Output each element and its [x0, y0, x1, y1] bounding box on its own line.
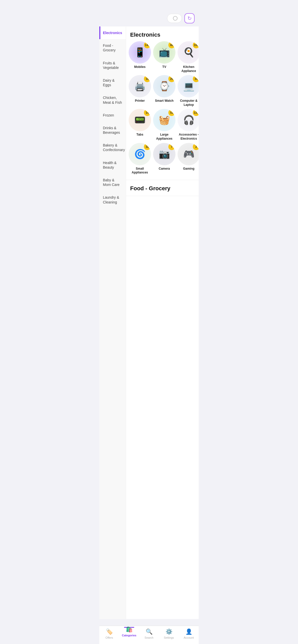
- category-label-mobiles: Mobiles: [134, 65, 146, 69]
- sidebar-item-health-beauty[interactable]: Health & Beauty: [99, 156, 126, 174]
- nav-label-offers: Offers: [105, 636, 113, 637]
- header: ↻: [99, 11, 199, 26]
- nav-icon-offers: 🏷️: [106, 628, 113, 635]
- category-icon-large-appliances: 🧺: [159, 115, 170, 125]
- category-label-tabs: Tabs: [136, 133, 143, 137]
- category-item-smart-watch[interactable]: 25⌚Smart Watch: [153, 75, 175, 107]
- category-item-mobiles[interactable]: 147📱Mobiles: [129, 41, 151, 73]
- category-img-small-appliances: 32🌀: [129, 143, 151, 165]
- search-icon: [173, 16, 178, 21]
- category-item-large-appliances[interactable]: 53🧺Large Appliances: [153, 109, 175, 141]
- category-item-accessories[interactable]: 137🎧Accessories - Electronics: [178, 109, 199, 141]
- section-title-food-grocery: Food - Grocery: [126, 180, 199, 195]
- sidebar-item-bakery[interactable]: Bakery & Confectionary: [99, 139, 126, 156]
- category-item-kitchen-appliance[interactable]: 102🍳Kitchen Appliance: [178, 41, 199, 73]
- nav-item-offers[interactable]: 🏷️Offers: [99, 628, 119, 637]
- nav-item-categories[interactable]: 🛍️Categories: [119, 628, 139, 637]
- nav-icon-categories: 🛍️: [126, 626, 133, 633]
- category-badge-large-appliances: 53: [168, 109, 175, 116]
- category-label-gaming: Gaming: [183, 167, 195, 171]
- category-item-small-appliances[interactable]: 32🌀Small Appliances: [129, 143, 151, 175]
- nav-label-categories: Categories: [122, 634, 137, 637]
- category-img-printer: 10🖨️: [129, 75, 151, 97]
- bottom-nav: 🏷️Offers🛍️Categories🔍Search⚙️Settings👤Ac…: [99, 626, 199, 637]
- nav-icon-settings: ⚙️: [166, 628, 172, 635]
- sidebar-item-electronics[interactable]: Electronics: [99, 26, 126, 39]
- category-badge-gaming: 2: [193, 143, 199, 150]
- category-label-tv: TV: [162, 65, 166, 69]
- category-img-gaming: 2🎮: [178, 143, 199, 165]
- category-img-camera: 7📷: [153, 143, 175, 165]
- category-icon-small-appliances: 🌀: [134, 150, 146, 159]
- category-icon-computer-laptop: 💻: [183, 82, 195, 91]
- category-icon-accessories: 🎧: [183, 115, 195, 125]
- category-grid-electronics: 147📱Mobiles60📺TV102🍳Kitchen Appliance10🖨…: [126, 41, 199, 179]
- sidebar-item-frozen[interactable]: Frozen: [99, 109, 126, 122]
- category-img-kitchen-appliance: 102🍳: [178, 41, 199, 64]
- category-label-kitchen-appliance: Kitchen Appliance: [178, 65, 199, 73]
- category-badge-accessories: 137: [193, 109, 199, 116]
- category-label-camera: Camera: [159, 167, 170, 171]
- nav-item-search[interactable]: 🔍Search: [139, 628, 159, 637]
- category-img-computer-laptop: 34💻: [178, 75, 199, 97]
- sidebar-item-food-grocery[interactable]: Food - Grocery: [99, 39, 126, 56]
- sidebar-item-dairy-eggs[interactable]: Dairy & Eggs: [99, 74, 126, 91]
- category-img-tabs: 14📟: [129, 109, 151, 131]
- category-label-small-appliances: Small Appliances: [129, 167, 151, 175]
- category-img-tv: 60📺: [153, 41, 175, 64]
- category-icon-printer: 🖨️: [134, 82, 146, 91]
- sidebar-item-baby-mom[interactable]: Baby & Mom Care: [99, 174, 126, 191]
- status-bar: [99, 0, 199, 11]
- category-img-mobiles: 147📱: [129, 41, 151, 64]
- category-badge-computer-laptop: 34: [193, 76, 199, 82]
- category-item-tv[interactable]: 60📺TV: [153, 41, 175, 73]
- sidebar-item-drinks[interactable]: Drinks & Beverages: [99, 122, 126, 139]
- nav-label-account: Account: [184, 636, 194, 637]
- category-img-accessories: 137🎧: [178, 109, 199, 131]
- category-badge-tv: 60: [168, 42, 175, 48]
- section-title-electronics: Electronics: [126, 26, 199, 41]
- header-actions: ↻: [167, 13, 195, 23]
- category-badge-mobiles: 147: [144, 42, 151, 48]
- refresh-icon: ↻: [187, 15, 192, 21]
- search-button[interactable]: [167, 14, 182, 23]
- category-icon-smart-watch: ⌚: [159, 82, 170, 91]
- nav-icon-account: 👤: [185, 628, 192, 635]
- nav-label-search: Search: [145, 636, 154, 637]
- category-label-accessories: Accessories - Electronics: [178, 133, 199, 141]
- category-item-printer[interactable]: 10🖨️Printer: [129, 75, 151, 107]
- sidebar-item-fruits-veg[interactable]: Fruits & Vegetable: [99, 57, 126, 74]
- category-label-printer: Printer: [135, 99, 145, 103]
- category-label-large-appliances: Large Appliances: [153, 133, 175, 141]
- category-item-gaming[interactable]: 2🎮Gaming: [178, 143, 199, 175]
- category-badge-smart-watch: 25: [168, 76, 175, 82]
- nav-item-settings[interactable]: ⚙️Settings: [159, 628, 179, 637]
- category-badge-camera: 7: [168, 143, 175, 150]
- sidebar-item-chicken-meat[interactable]: Chicken, Meat & Fish: [99, 91, 126, 109]
- category-item-camera[interactable]: 7📷Camera: [153, 143, 175, 175]
- refresh-button[interactable]: ↻: [184, 13, 195, 23]
- category-item-tabs[interactable]: 14📟Tabs: [129, 109, 151, 141]
- nav-label-settings: Settings: [164, 636, 174, 637]
- category-icon-tv: 📺: [159, 48, 170, 57]
- category-icon-mobiles: 📱: [134, 48, 146, 57]
- category-icon-kitchen-appliance: 🍳: [183, 48, 195, 57]
- category-img-smart-watch: 25⌚: [153, 75, 175, 97]
- category-badge-printer: 10: [144, 76, 151, 82]
- category-icon-tabs: 📟: [134, 115, 146, 125]
- category-label-smart-watch: Smart Watch: [155, 99, 174, 103]
- sidebar-item-laundry[interactable]: Laundry & Cleaning: [99, 191, 126, 208]
- content-area: Electronics147📱Mobiles60📺TV102🍳Kitchen A…: [126, 26, 199, 619]
- category-item-computer-laptop[interactable]: 34💻Computer & Laptop: [178, 75, 199, 107]
- sidebar: ElectronicsFood - GroceryFruits & Vegeta…: [99, 26, 126, 619]
- category-img-large-appliances: 53🧺: [153, 109, 175, 131]
- nav-item-account[interactable]: 👤Account: [179, 628, 199, 637]
- category-badge-small-appliances: 32: [144, 143, 151, 150]
- category-badge-kitchen-appliance: 102: [193, 42, 199, 48]
- nav-icon-search: 🔍: [146, 628, 153, 635]
- section-divider-food-grocery: [126, 196, 199, 196]
- category-icon-gaming: 🎮: [183, 150, 195, 159]
- category-icon-camera: 📷: [159, 150, 170, 159]
- main-layout: ElectronicsFood - GroceryFruits & Vegeta…: [99, 26, 199, 637]
- category-label-computer-laptop: Computer & Laptop: [178, 99, 199, 107]
